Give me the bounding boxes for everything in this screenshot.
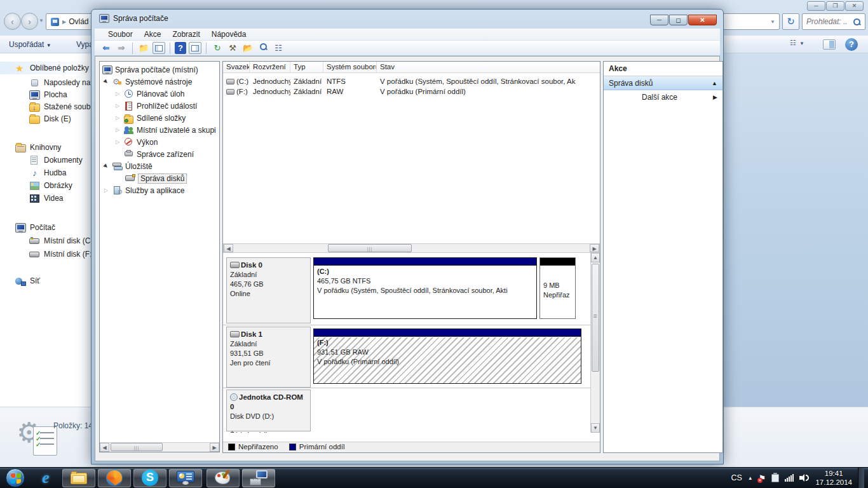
back-button[interactable]: ‹ xyxy=(4,13,21,30)
volume-row-f[interactable]: (F:) Jednoduchý Základní RAW V pořádku (… xyxy=(223,87,600,97)
taskbar-item-internet-explorer[interactable]: e xyxy=(31,469,61,487)
properties-icon[interactable]: ⚒ xyxy=(226,42,239,54)
sidebar-item-local-disk-f[interactable]: Místní disk (F:) xyxy=(0,248,95,261)
sidebar-item-computer[interactable]: Počítač xyxy=(0,221,95,234)
close-button[interactable]: ✕ xyxy=(688,15,717,25)
menu-help[interactable]: Nápověda xyxy=(206,29,252,40)
expanded-arrow-icon[interactable]: ▶ xyxy=(102,77,111,86)
tree-item-services[interactable]: ▷ ⚙ Služby a aplikace xyxy=(102,184,184,196)
actions-group-disk-management[interactable]: Správa disků ▲ xyxy=(604,76,722,90)
tray-app-icon[interactable] xyxy=(771,473,779,482)
search-icon[interactable] xyxy=(853,18,861,26)
back-icon[interactable]: ⇐ xyxy=(100,42,112,54)
network-signal-icon[interactable] xyxy=(785,474,794,482)
tree-item-disk-management[interactable]: Správa disků xyxy=(125,172,187,184)
disk1-label[interactable]: Disk 1 Základní 931,51 GB Jen pro čtení xyxy=(226,327,311,388)
taskbar-item-paint[interactable] xyxy=(207,469,240,487)
forward-button[interactable]: › xyxy=(21,13,38,30)
show-hide-pane-icon[interactable] xyxy=(189,42,201,54)
taskbar-item-skype[interactable]: S xyxy=(133,469,166,487)
collapsed-arrow-icon[interactable]: ▷ xyxy=(102,187,110,193)
refresh-icon[interactable]: ↻ xyxy=(211,42,224,54)
tree-item-local-users[interactable]: ▷ Místní uživatelé a skupi xyxy=(114,124,216,136)
maximize-button[interactable]: ❐ xyxy=(826,1,844,11)
taskbar-item-firefox[interactable] xyxy=(98,469,131,487)
help-icon[interactable]: ? xyxy=(175,42,186,54)
tree-item-event-viewer[interactable]: ▷ Prohlížeč událostí xyxy=(114,100,197,112)
tree-horizontal-scrollbar[interactable]: ◀ ▶ ||| xyxy=(100,442,219,452)
taskbar-item-control-panel[interactable] xyxy=(169,469,202,487)
forward-icon[interactable]: ⇒ xyxy=(115,42,128,54)
search-input[interactable] xyxy=(806,17,847,26)
sidebar-item-favorites[interactable]: ★ Oblíbené položky xyxy=(0,62,95,74)
tree-item-root[interactable]: Správa počítače (místní) xyxy=(102,64,198,76)
preview-pane-button[interactable] xyxy=(823,39,836,50)
menu-action[interactable]: Akce xyxy=(139,29,167,40)
tree-item-system-tools[interactable]: ▶ ⚙ Systémové nástroje xyxy=(102,76,192,88)
collapsed-arrow-icon[interactable]: ▷ xyxy=(114,139,121,145)
action-center-flag-icon[interactable]: ⚑✕ xyxy=(759,473,766,483)
sidebar-item-documents[interactable]: Dokumenty xyxy=(0,154,95,166)
language-indicator[interactable]: CS xyxy=(731,473,742,482)
sidebar-item-downloads[interactable]: ↓ Stažené soubory xyxy=(0,100,95,113)
scroll-right-icon[interactable]: ▶ xyxy=(590,244,599,252)
partition-f[interactable]: (F:) 931,51 GB RAW V pořádku (Primární o… xyxy=(313,329,581,384)
menu-view[interactable]: Zobrazit xyxy=(166,29,205,40)
close-button[interactable]: ✕ xyxy=(845,1,864,11)
sidebar-item-disk-e[interactable]: Disk (E) xyxy=(0,112,95,125)
expanded-arrow-icon[interactable]: ▶ xyxy=(102,161,111,171)
collapsed-arrow-icon[interactable]: ▷ xyxy=(114,91,121,97)
taskbar-item-computer-management[interactable] xyxy=(242,469,275,487)
clock[interactable]: 19:41 17.12.2014 xyxy=(815,469,852,487)
collapsed-arrow-icon[interactable]: ▷ xyxy=(114,115,121,121)
collapse-icon[interactable]: ▲ xyxy=(712,80,717,86)
scroll-left-icon[interactable]: ◀ xyxy=(100,443,109,452)
up-one-level-icon[interactable]: 📁 xyxy=(137,42,150,54)
collapsed-arrow-icon[interactable]: ▷ xyxy=(114,127,121,133)
volume-list-horizontal-scrollbar[interactable]: ◀ ▶ ||| xyxy=(223,243,600,253)
search-box[interactable] xyxy=(802,13,865,30)
start-button[interactable] xyxy=(0,468,31,488)
more-actions-item[interactable]: Další akce ▶ xyxy=(604,90,722,104)
scroll-right-icon[interactable]: ▶ xyxy=(210,443,219,452)
taskbar-item-explorer[interactable] xyxy=(62,469,95,487)
nav-history-caret-icon[interactable]: ▼ xyxy=(39,18,44,24)
scroll-down-icon[interactable]: ▼ xyxy=(591,423,600,433)
disk0-label[interactable]: Disk 0 Základní 465,76 GB Online xyxy=(226,257,311,323)
partition-c[interactable]: (C:) 465,75 GB NTFS V pořádku (Systém, S… xyxy=(313,257,537,319)
volume-row-c[interactable]: (C:) Jednoduchý Základní NTFS V pořádku … xyxy=(223,77,600,87)
disk-view-vertical-scrollbar[interactable]: ▲ ▼ ☰ xyxy=(590,253,600,433)
sidebar-item-recent[interactable]: Naposledy navští xyxy=(0,76,95,89)
tree-item-storage[interactable]: ▶ Úložiště xyxy=(102,160,153,172)
sidebar-item-libraries[interactable]: Knihovny xyxy=(0,141,95,154)
sidebar-item-local-disk-c[interactable]: Místní disk (C:) xyxy=(0,234,95,247)
tree-item-performance[interactable]: ▷ Výkon xyxy=(114,136,158,148)
tree-item-device-manager[interactable]: Správce zařízení xyxy=(114,148,194,160)
minimize-button[interactable]: ─ xyxy=(650,15,668,25)
unallocated-space[interactable]: 9 MB Nepřiřaz xyxy=(539,257,576,319)
scroll-left-icon[interactable]: ◀ xyxy=(224,244,233,252)
sidebar-item-network[interactable]: Síť xyxy=(0,274,95,287)
restore-button[interactable]: ◻ xyxy=(669,15,688,25)
address-dropdown-icon[interactable]: ▼ xyxy=(770,19,775,25)
open-folder-icon[interactable]: 📂 xyxy=(241,42,254,54)
sidebar-item-pictures[interactable]: Obrázky xyxy=(0,179,95,192)
show-desktop-button[interactable] xyxy=(858,468,864,488)
collapsed-arrow-icon[interactable]: ▷ xyxy=(114,103,121,109)
column-header[interactable]: Stav xyxy=(377,62,600,72)
window-titlebar[interactable]: Správa počítače xyxy=(99,14,168,23)
minimize-button[interactable]: ─ xyxy=(807,1,825,11)
organize-button[interactable]: Uspořádat ▼ xyxy=(9,40,51,49)
show-hidden-icons-button[interactable]: ▲ xyxy=(748,475,753,481)
cdrom-label[interactable]: Jednotka CD-ROM 0 Disk DVD (D:) Žádné mé… xyxy=(226,390,311,431)
help-icon[interactable]: ? xyxy=(845,38,858,51)
sidebar-item-desktop[interactable]: Plocha xyxy=(0,88,95,101)
views-button[interactable]: ☷ ▼ xyxy=(788,39,807,51)
menu-file[interactable]: Soubor xyxy=(102,29,139,40)
refresh-button[interactable]: ↻ xyxy=(782,13,799,30)
sidebar-item-videos[interactable]: Videa xyxy=(0,192,95,205)
tree-item-shared-folders[interactable]: ▷ Sdílené složky xyxy=(114,112,186,124)
console-tree-icon[interactable] xyxy=(153,42,165,54)
scroll-up-icon[interactable]: ▲ xyxy=(591,253,600,262)
column-header[interactable]: Svazek xyxy=(223,62,250,72)
